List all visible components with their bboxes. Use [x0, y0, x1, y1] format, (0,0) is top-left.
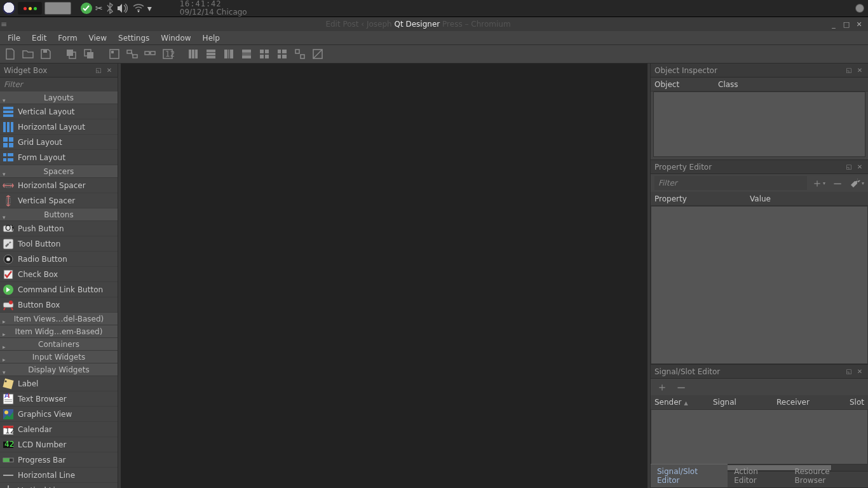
object-inspector-columns[interactable]: Object Class [651, 78, 868, 92]
signal-slot-columns[interactable]: Sender ▲ Signal Receiver Slot [651, 395, 868, 409]
property-editor-filter-input[interactable] [654, 176, 807, 190]
menu-window[interactable]: Window [156, 32, 196, 44]
widget-category-header[interactable]: ▾Layouts [0, 92, 118, 104]
menu-file[interactable]: File [3, 32, 25, 44]
adjust-size-button[interactable] [310, 46, 325, 62]
widget-category-header[interactable]: ▸Item Views…del-Based) [0, 313, 118, 325]
property-editor-columns[interactable]: Property Value [651, 192, 868, 206]
menu-view[interactable]: View [84, 32, 112, 44]
layout-horizontal-button[interactable] [186, 46, 201, 62]
signal-slot-table[interactable] [651, 409, 868, 464]
dock-float-button[interactable]: ◱ [94, 66, 103, 75]
widget-item[interactable]: Vertical Line [0, 483, 118, 488]
wifi-icon[interactable] [132, 1, 145, 15]
widget-item[interactable]: Horizontal Layout [0, 119, 118, 135]
bring-to-front-button[interactable] [81, 46, 97, 62]
widget-item[interactable]: Button Box [0, 297, 118, 313]
close-button[interactable]: ✕ [854, 20, 864, 29]
menu-edit[interactable]: Edit [27, 32, 51, 44]
menu-settings[interactable]: Settings [113, 32, 154, 44]
widget-category-header[interactable]: ▸Containers [0, 338, 118, 351]
column-value[interactable]: Value [750, 194, 864, 203]
widget-box-list[interactable]: ▾LayoutsVertical LayoutHorizontal Layout… [0, 92, 118, 488]
remove-connection-button[interactable]: − [674, 380, 689, 394]
workspace-pager[interactable] [18, 2, 42, 15]
object-inspector-tree[interactable] [653, 92, 865, 157]
column-receiver[interactable]: Receiver [773, 398, 836, 407]
dock-float-button[interactable]: ◱ [844, 66, 853, 75]
widget-box-filter-input[interactable] [0, 78, 118, 92]
widget-category-header[interactable]: ▸Input Widgets [0, 351, 118, 363]
widget-item[interactable]: Graphics View [0, 407, 118, 422]
widget-item[interactable]: Label [0, 376, 118, 391]
taskbar-button[interactable] [44, 1, 71, 15]
column-slot[interactable]: Slot [836, 398, 868, 407]
widget-item[interactable]: Push Button [0, 221, 118, 236]
widget-item[interactable]: Horizontal Line [0, 468, 118, 483]
menu-help[interactable]: Help [198, 32, 225, 44]
dock-close-button[interactable]: ✕ [855, 367, 864, 376]
widget-item[interactable]: Vertical Spacer [0, 193, 118, 208]
column-signal[interactable]: Signal [709, 398, 773, 407]
save-file-button[interactable] [38, 46, 53, 62]
widget-item[interactable]: Progress Bar [0, 452, 118, 468]
volume-icon[interactable] [117, 1, 130, 15]
column-object[interactable]: Object [654, 80, 718, 89]
dock-float-button[interactable]: ◱ [844, 367, 853, 376]
layout-vertical-button[interactable] [203, 46, 219, 62]
widget-item[interactable]: Command Link Button [0, 282, 118, 297]
minimize-button[interactable]: _ [829, 20, 839, 29]
break-layout-button[interactable] [292, 46, 308, 62]
new-file-button[interactable] [3, 46, 18, 62]
os-menu-icon[interactable] [3, 1, 15, 15]
send-to-back-button[interactable] [64, 46, 79, 62]
column-class[interactable]: Class [718, 80, 864, 89]
tab-resource-browser[interactable]: Resource Browser [789, 464, 868, 487]
open-file-button[interactable] [20, 46, 36, 62]
column-sender[interactable]: Sender ▲ [651, 398, 709, 407]
dock-close-button[interactable]: ✕ [105, 66, 114, 75]
widget-category-header[interactable]: ▾Buttons [0, 208, 118, 221]
clock[interactable]: 16:41:42 09/12/14 Chicago [180, 1, 247, 15]
edit-widgets-button[interactable] [107, 46, 122, 62]
widget-item[interactable]: Text Browser [0, 391, 118, 407]
tab-signal-slot-editor[interactable]: Signal/Slot Editor [651, 464, 728, 487]
dock-float-button[interactable]: ◱ [844, 163, 853, 172]
scissors-icon[interactable]: ✂ [95, 1, 103, 15]
widget-item[interactable]: LCD Number [0, 437, 118, 452]
tray-dropdown-icon[interactable]: ▾ [147, 1, 152, 15]
dock-close-button[interactable]: ✕ [855, 163, 864, 172]
layout-form-button[interactable] [275, 46, 290, 62]
widget-item[interactable]: Check Box [0, 267, 118, 282]
widget-item[interactable]: Calendar [0, 422, 118, 437]
remove-property-button[interactable]: − [830, 176, 845, 190]
menu-form[interactable]: Form [53, 32, 82, 44]
widget-item[interactable]: Tool Button [0, 236, 118, 252]
widget-item[interactable]: Vertical Layout [0, 104, 118, 119]
tab-action-editor[interactable]: Action Editor [728, 464, 788, 487]
widget-category-header[interactable]: ▾Display Widgets [0, 363, 118, 376]
layout-grid-button[interactable] [257, 46, 272, 62]
layout-vsplitter-button[interactable] [239, 46, 254, 62]
add-property-button[interactable]: ＋▾ [811, 176, 826, 190]
configure-button[interactable]: ▾ [849, 176, 864, 190]
widget-item[interactable]: Form Layout [0, 150, 118, 165]
bluetooth-icon[interactable] [105, 1, 114, 15]
layout-hsplitter-button[interactable] [221, 46, 236, 62]
widget-item[interactable]: Horizontal Spacer [0, 178, 118, 193]
dock-close-button[interactable]: ✕ [855, 66, 864, 75]
add-connection-button[interactable]: ＋ [654, 380, 670, 394]
widget-category-header[interactable]: ▸Item Widg…em-Based) [0, 325, 118, 338]
titlebar-grip-icon[interactable]: ≡ [0, 20, 8, 29]
column-property[interactable]: Property [654, 194, 750, 203]
widget-category-header[interactable]: ▾Spacers [0, 165, 118, 178]
property-editor-table[interactable] [651, 206, 868, 364]
widget-item[interactable]: Radio Button [0, 252, 118, 267]
edit-signals-button[interactable] [125, 46, 140, 62]
tray-right-icon[interactable] [854, 1, 865, 15]
status-ok-icon[interactable] [80, 1, 93, 15]
edit-buddies-button[interactable] [142, 46, 158, 62]
design-canvas[interactable] [121, 64, 648, 488]
widget-item[interactable]: Grid Layout [0, 135, 118, 150]
maximize-button[interactable]: □ [841, 20, 851, 29]
